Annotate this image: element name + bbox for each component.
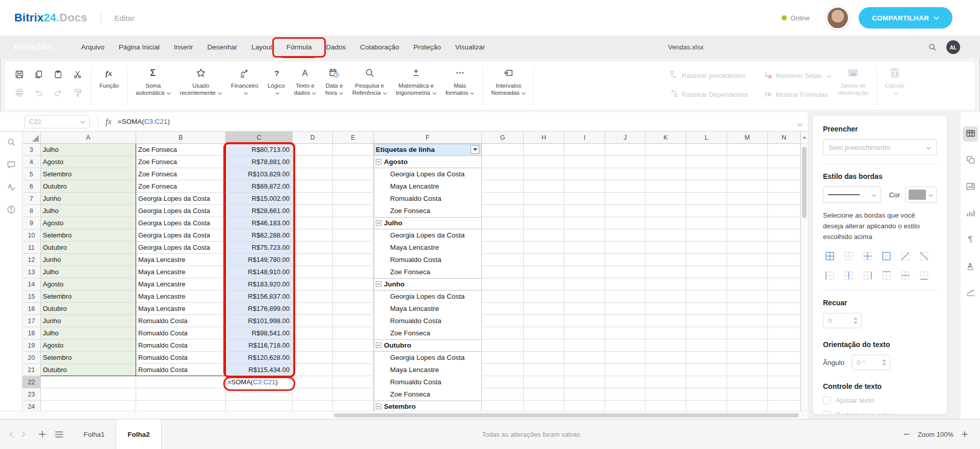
- cell-E12[interactable]: [333, 254, 374, 266]
- cell-M7[interactable]: [727, 193, 768, 205]
- cell-L20[interactable]: [686, 352, 727, 364]
- cell-N7[interactable]: [768, 193, 801, 205]
- cell-A21[interactable]: Outubro: [41, 364, 136, 376]
- cell-H9[interactable]: [524, 217, 564, 229]
- cell-D19[interactable]: [293, 339, 333, 352]
- cell-H16[interactable]: [524, 303, 564, 315]
- cell-A19[interactable]: Agosto: [41, 339, 136, 352]
- cell-F11[interactable]: Maya Lencastre: [374, 242, 482, 254]
- cell-N13[interactable]: [768, 266, 801, 278]
- cell-M24[interactable]: [727, 401, 768, 411]
- cell-K15[interactable]: [646, 290, 686, 303]
- cell-C13[interactable]: R$148,910.00: [226, 266, 293, 278]
- logico-button[interactable]: ?Lógico: [263, 65, 290, 96]
- user-avatar[interactable]: [826, 6, 849, 30]
- cell-D12[interactable]: [293, 254, 333, 266]
- cell-L7[interactable]: [686, 193, 727, 205]
- ajustar-texto-checkbox[interactable]: [823, 397, 831, 404]
- cell-F20[interactable]: Georgia Lopes da Costa: [374, 352, 482, 364]
- cell-L18[interactable]: [686, 327, 727, 339]
- cell-M9[interactable]: [727, 217, 768, 229]
- cell-B23[interactable]: [136, 388, 226, 401]
- row-header-11[interactable]: 11: [22, 242, 41, 254]
- cell-A7[interactable]: Junho: [41, 193, 136, 205]
- column-header-G[interactable]: G: [482, 131, 524, 144]
- spellcheck-icon[interactable]: A: [7, 182, 16, 194]
- cell-D21[interactable]: [293, 364, 333, 376]
- chart-settings-icon[interactable]: [963, 206, 978, 221]
- cell-H12[interactable]: [524, 254, 564, 266]
- cell-F19[interactable]: −Outubro: [374, 339, 482, 352]
- cell-F21[interactable]: Maya Lencastre: [374, 364, 482, 376]
- cell-I12[interactable]: [564, 254, 605, 266]
- cell-K4[interactable]: [646, 156, 686, 168]
- chevron-down-icon[interactable]: [81, 118, 85, 125]
- cell-L9[interactable]: [686, 217, 727, 229]
- cell-C3[interactable]: R$80,713.00: [226, 144, 293, 156]
- format-painter-button[interactable]: [68, 85, 87, 103]
- border-top-button[interactable]: [880, 269, 893, 282]
- usado-recentemente-button[interactable]: Usadorecentemente: [175, 65, 226, 96]
- cell-C7[interactable]: R$15,002.00: [226, 193, 293, 205]
- cell-A23[interactable]: [41, 388, 136, 401]
- cell-J16[interactable]: [605, 303, 646, 315]
- cell-I5[interactable]: [564, 168, 605, 180]
- cell-C4[interactable]: R$78,881.00: [226, 156, 293, 168]
- cell-I3[interactable]: [564, 144, 605, 156]
- cell-B24[interactable]: [136, 401, 226, 411]
- cell-J9[interactable]: [605, 217, 646, 229]
- cell-J13[interactable]: [605, 266, 646, 278]
- menu-tab-visualizar[interactable]: Visualizar: [448, 36, 492, 59]
- border-left-button[interactable]: [823, 269, 836, 282]
- collapse-group-icon[interactable]: −: [376, 159, 381, 165]
- cell-F6[interactable]: Maya Lencastre: [374, 180, 482, 193]
- cell-D3[interactable]: [293, 144, 333, 156]
- fx-icon[interactable]: fx: [98, 116, 112, 127]
- cell-J19[interactable]: [605, 339, 646, 352]
- cell-G22[interactable]: [482, 376, 524, 388]
- cell-A24[interactable]: [41, 401, 136, 411]
- cell-M3[interactable]: [727, 144, 768, 156]
- cell-B22[interactable]: [136, 376, 226, 388]
- cell-G6[interactable]: [482, 180, 524, 193]
- cell-A5[interactable]: Setembro: [41, 168, 136, 180]
- cell-D20[interactable]: [293, 352, 333, 364]
- horizontal-scrollbar-thumb[interactable]: [334, 413, 799, 417]
- cell-I22[interactable]: [564, 376, 605, 388]
- cell-M4[interactable]: [727, 156, 768, 168]
- cell-A4[interactable]: Agosto: [41, 156, 136, 168]
- cell-H8[interactable]: [524, 205, 564, 217]
- sheet-list-icon[interactable]: [55, 431, 63, 438]
- menu-tab-layout[interactable]: Layout: [244, 36, 279, 59]
- cell-I7[interactable]: [564, 193, 605, 205]
- menu-tab-desenhar[interactable]: Desenhar: [200, 36, 245, 59]
- cell-F17[interactable]: Romualdo Costa: [374, 315, 482, 327]
- cell-G18[interactable]: [482, 327, 524, 339]
- redo-button[interactable]: [48, 85, 68, 103]
- cell-M8[interactable]: [727, 205, 768, 217]
- cell-M23[interactable]: [727, 388, 768, 401]
- cell-F16[interactable]: Maya Lencastre: [374, 303, 482, 315]
- cell-A13[interactable]: Julho: [41, 266, 136, 278]
- cell-J24[interactable]: [605, 401, 646, 411]
- cell-E13[interactable]: [333, 266, 374, 278]
- cell-C6[interactable]: R$69,872.00: [226, 180, 293, 193]
- column-header-N[interactable]: N: [768, 131, 801, 144]
- column-header-E[interactable]: E: [333, 131, 374, 144]
- cell-D24[interactable]: [293, 401, 333, 411]
- cell-K16[interactable]: [646, 303, 686, 315]
- cell-J3[interactable]: [605, 144, 646, 156]
- border-inside-horizontal-button[interactable]: [899, 269, 912, 282]
- cell-K14[interactable]: [646, 278, 686, 290]
- cell-J21[interactable]: [605, 364, 646, 376]
- matematica-e-trigonometria-button[interactable]: Matemática etrigonometria: [392, 65, 441, 96]
- cell-D11[interactable]: [293, 242, 333, 254]
- cell-M13[interactable]: [727, 266, 768, 278]
- cell-I13[interactable]: [564, 266, 605, 278]
- cell-M20[interactable]: [727, 352, 768, 364]
- column-header-I[interactable]: I: [564, 131, 605, 144]
- cell-F13[interactable]: Zoe Fonseca: [374, 266, 482, 278]
- cell-B9[interactable]: Georgia Lopes da Costa: [136, 217, 226, 229]
- cell-G19[interactable]: [482, 339, 524, 352]
- border-inside-vertical-button[interactable]: [842, 269, 855, 282]
